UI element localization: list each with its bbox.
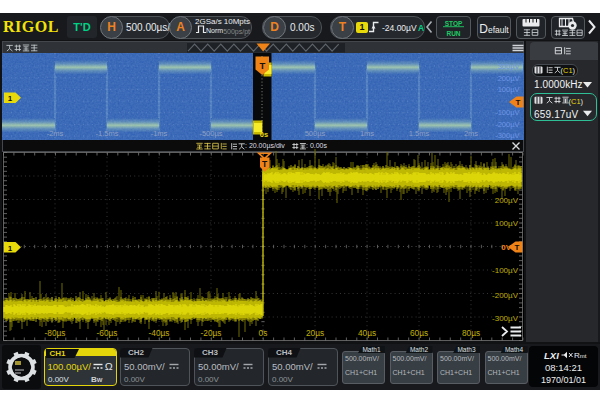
svg-text:2ms: 2ms	[464, 129, 478, 138]
svg-text:1ms: 1ms	[360, 129, 374, 138]
svg-text:200µV: 200µV	[495, 196, 519, 205]
svg-text:-2ms: -2ms	[47, 129, 64, 138]
svg-text:40µs: 40µs	[358, 328, 376, 338]
svg-text:1.5ms: 1.5ms	[409, 129, 430, 138]
svg-text:-80µs: -80µs	[45, 328, 66, 338]
svg-text:-40µs: -40µs	[149, 328, 170, 338]
svg-text:-100µV: -100µV	[492, 266, 519, 275]
svg-text:-300µV: -300µV	[492, 314, 519, 323]
svg-text:T: T	[262, 159, 268, 169]
svg-text:-500µs: -500µs	[199, 129, 222, 138]
svg-text:-20µs: -20µs	[201, 328, 222, 338]
svg-text:500µs: 500µs	[305, 129, 326, 138]
svg-text:100µV: 100µV	[498, 85, 520, 94]
svg-text:-300µV: -300µV	[495, 131, 519, 140]
svg-text:-200µV: -200µV	[492, 291, 519, 300]
svg-text:0s: 0s	[259, 328, 268, 338]
svg-text:T: T	[516, 98, 521, 107]
svg-text:300µV: 300µV	[498, 62, 520, 71]
svg-text:-1ms: -1ms	[151, 129, 168, 138]
svg-text:0s: 0s	[260, 130, 268, 139]
svg-text:-60µs: -60µs	[97, 328, 118, 338]
svg-text:-200µV: -200µV	[495, 120, 519, 129]
svg-text:1: 1	[8, 94, 13, 103]
svg-text:60µs: 60µs	[410, 328, 428, 338]
svg-text:-1.5ms: -1.5ms	[96, 129, 119, 138]
svg-text:200µV: 200µV	[498, 74, 520, 83]
svg-text:100µV: 100µV	[495, 219, 519, 228]
svg-text:1: 1	[8, 244, 13, 253]
svg-text:80µs: 80µs	[462, 328, 480, 338]
svg-text:T: T	[259, 60, 265, 71]
svg-text:T: T	[515, 243, 520, 252]
svg-text:-100µV: -100µV	[495, 108, 519, 117]
svg-text:20µs: 20µs	[306, 328, 324, 338]
